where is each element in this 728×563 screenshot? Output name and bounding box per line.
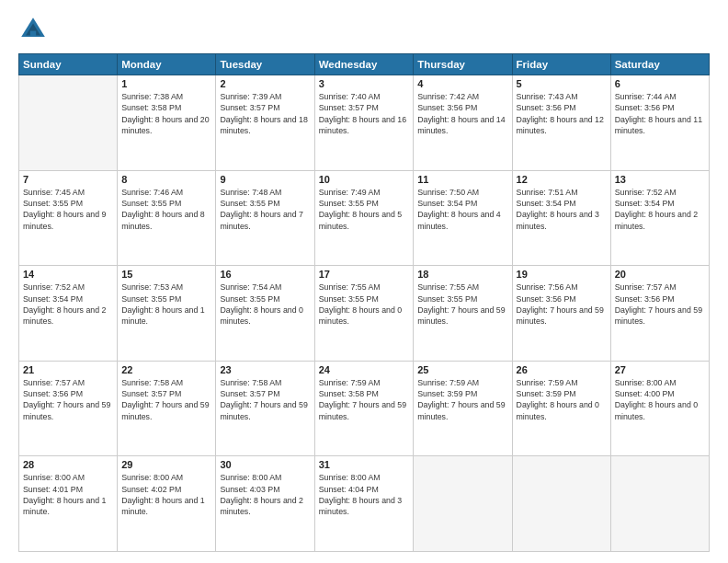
weekday-header: Monday bbox=[118, 54, 216, 75]
calendar-day-cell: 3 Sunrise: 7:40 AM Sunset: 3:57 PM Dayli… bbox=[314, 75, 414, 171]
day-number: 31 bbox=[319, 459, 410, 470]
calendar-day-cell: 20 Sunrise: 7:57 AM Sunset: 3:56 PM Dayl… bbox=[610, 266, 709, 362]
day-number: 12 bbox=[517, 174, 607, 185]
page: SundayMondayTuesdayWednesdayThursdayFrid… bbox=[0, 0, 728, 563]
calendar-day-cell: 26 Sunrise: 7:59 AM Sunset: 3:59 PM Dayl… bbox=[512, 361, 610, 456]
calendar-day-cell: 29 Sunrise: 8:00 AM Sunset: 4:02 PM Dayl… bbox=[118, 456, 216, 552]
day-number: 1 bbox=[121, 78, 211, 89]
calendar-day-cell: 18 Sunrise: 7:55 AM Sunset: 3:55 PM Dayl… bbox=[414, 266, 512, 362]
day-info: Sunrise: 8:00 AM Sunset: 4:01 PM Dayligh… bbox=[23, 472, 113, 517]
day-info: Sunrise: 7:52 AM Sunset: 3:54 PM Dayligh… bbox=[615, 187, 705, 232]
weekday-header-row: SundayMondayTuesdayWednesdayThursdayFrid… bbox=[19, 54, 710, 75]
day-info: Sunrise: 7:56 AM Sunset: 3:56 PM Dayligh… bbox=[517, 282, 607, 327]
day-info: Sunrise: 8:00 AM Sunset: 4:04 PM Dayligh… bbox=[319, 472, 410, 517]
calendar-day-cell: 9 Sunrise: 7:48 AM Sunset: 3:55 PM Dayli… bbox=[216, 170, 314, 266]
day-number: 2 bbox=[220, 78, 310, 89]
day-info: Sunrise: 7:57 AM Sunset: 3:56 PM Dayligh… bbox=[23, 377, 113, 422]
calendar-day-cell: 27 Sunrise: 8:00 AM Sunset: 4:00 PM Dayl… bbox=[610, 361, 709, 456]
calendar-day-cell: 19 Sunrise: 7:56 AM Sunset: 3:56 PM Dayl… bbox=[512, 266, 610, 362]
day-info: Sunrise: 7:45 AM Sunset: 3:55 PM Dayligh… bbox=[23, 187, 113, 232]
calendar-day-cell: 8 Sunrise: 7:46 AM Sunset: 3:55 PM Dayli… bbox=[118, 170, 216, 266]
calendar-day-cell: 13 Sunrise: 7:52 AM Sunset: 3:54 PM Dayl… bbox=[610, 170, 709, 266]
day-number: 16 bbox=[220, 269, 310, 280]
calendar-day-cell bbox=[610, 456, 709, 552]
day-number: 28 bbox=[23, 459, 113, 470]
day-number: 29 bbox=[121, 459, 211, 470]
day-number: 27 bbox=[615, 364, 705, 375]
calendar-day-cell: 4 Sunrise: 7:42 AM Sunset: 3:56 PM Dayli… bbox=[414, 75, 512, 171]
calendar-day-cell: 23 Sunrise: 7:58 AM Sunset: 3:57 PM Dayl… bbox=[216, 361, 314, 456]
day-number: 14 bbox=[23, 269, 113, 280]
calendar-day-cell: 24 Sunrise: 7:59 AM Sunset: 3:58 PM Dayl… bbox=[314, 361, 414, 456]
calendar-day-cell bbox=[512, 456, 610, 552]
day-info: Sunrise: 7:52 AM Sunset: 3:54 PM Dayligh… bbox=[23, 282, 113, 327]
day-number: 4 bbox=[417, 78, 507, 89]
day-number: 22 bbox=[121, 364, 211, 375]
day-number: 17 bbox=[319, 269, 410, 280]
logo-icon bbox=[18, 15, 48, 44]
calendar-day-cell: 14 Sunrise: 7:52 AM Sunset: 3:54 PM Dayl… bbox=[19, 266, 118, 362]
day-info: Sunrise: 7:42 AM Sunset: 3:56 PM Dayligh… bbox=[417, 91, 507, 136]
svg-rect-2 bbox=[30, 31, 36, 37]
calendar-day-cell: 12 Sunrise: 7:51 AM Sunset: 3:54 PM Dayl… bbox=[512, 170, 610, 266]
weekday-header: Friday bbox=[512, 54, 610, 75]
day-number: 19 bbox=[517, 269, 607, 280]
day-number: 18 bbox=[417, 269, 507, 280]
day-info: Sunrise: 7:55 AM Sunset: 3:55 PM Dayligh… bbox=[319, 282, 410, 327]
day-info: Sunrise: 7:59 AM Sunset: 3:59 PM Dayligh… bbox=[417, 377, 507, 422]
calendar-day-cell: 30 Sunrise: 8:00 AM Sunset: 4:03 PM Dayl… bbox=[216, 456, 314, 552]
calendar-day-cell: 22 Sunrise: 7:58 AM Sunset: 3:57 PM Dayl… bbox=[118, 361, 216, 456]
day-number: 5 bbox=[517, 78, 607, 89]
day-number: 8 bbox=[121, 174, 211, 185]
weekday-header: Thursday bbox=[414, 54, 512, 75]
day-number: 9 bbox=[220, 174, 310, 185]
weekday-header: Tuesday bbox=[216, 54, 314, 75]
day-number: 30 bbox=[220, 459, 310, 470]
day-info: Sunrise: 7:59 AM Sunset: 3:58 PM Dayligh… bbox=[319, 377, 410, 422]
day-info: Sunrise: 7:58 AM Sunset: 3:57 PM Dayligh… bbox=[121, 377, 211, 422]
day-info: Sunrise: 7:53 AM Sunset: 3:55 PM Dayligh… bbox=[121, 282, 211, 327]
calendar-table: SundayMondayTuesdayWednesdayThursdayFrid… bbox=[18, 53, 710, 552]
day-number: 25 bbox=[417, 364, 507, 375]
calendar-day-cell: 7 Sunrise: 7:45 AM Sunset: 3:55 PM Dayli… bbox=[19, 170, 118, 266]
calendar-week-row: 1 Sunrise: 7:38 AM Sunset: 3:58 PM Dayli… bbox=[19, 75, 710, 171]
day-number: 7 bbox=[23, 174, 113, 185]
calendar-day-cell: 16 Sunrise: 7:54 AM Sunset: 3:55 PM Dayl… bbox=[216, 266, 314, 362]
day-info: Sunrise: 7:54 AM Sunset: 3:55 PM Dayligh… bbox=[220, 282, 310, 327]
day-info: Sunrise: 7:38 AM Sunset: 3:58 PM Dayligh… bbox=[121, 91, 211, 136]
day-number: 20 bbox=[615, 269, 705, 280]
calendar-day-cell: 21 Sunrise: 7:57 AM Sunset: 3:56 PM Dayl… bbox=[19, 361, 118, 456]
header bbox=[18, 15, 710, 44]
day-number: 11 bbox=[417, 174, 507, 185]
day-info: Sunrise: 7:43 AM Sunset: 3:56 PM Dayligh… bbox=[517, 91, 607, 136]
day-info: Sunrise: 8:00 AM Sunset: 4:03 PM Dayligh… bbox=[220, 472, 310, 517]
day-info: Sunrise: 7:58 AM Sunset: 3:57 PM Dayligh… bbox=[220, 377, 310, 422]
calendar-day-cell: 2 Sunrise: 7:39 AM Sunset: 3:57 PM Dayli… bbox=[216, 75, 314, 171]
day-number: 23 bbox=[220, 364, 310, 375]
day-number: 26 bbox=[517, 364, 607, 375]
day-number: 13 bbox=[615, 174, 705, 185]
calendar-week-row: 14 Sunrise: 7:52 AM Sunset: 3:54 PM Dayl… bbox=[19, 266, 710, 362]
calendar-week-row: 21 Sunrise: 7:57 AM Sunset: 3:56 PM Dayl… bbox=[19, 361, 710, 456]
day-number: 6 bbox=[615, 78, 705, 89]
calendar-day-cell: 11 Sunrise: 7:50 AM Sunset: 3:54 PM Dayl… bbox=[414, 170, 512, 266]
logo bbox=[18, 15, 51, 44]
calendar-day-cell: 17 Sunrise: 7:55 AM Sunset: 3:55 PM Dayl… bbox=[314, 266, 414, 362]
day-number: 3 bbox=[319, 78, 410, 89]
day-info: Sunrise: 7:46 AM Sunset: 3:55 PM Dayligh… bbox=[121, 187, 211, 232]
calendar-day-cell: 6 Sunrise: 7:44 AM Sunset: 3:56 PM Dayli… bbox=[610, 75, 709, 171]
calendar-day-cell: 15 Sunrise: 7:53 AM Sunset: 3:55 PM Dayl… bbox=[118, 266, 216, 362]
day-number: 15 bbox=[121, 269, 211, 280]
weekday-header: Wednesday bbox=[314, 54, 414, 75]
day-info: Sunrise: 7:55 AM Sunset: 3:55 PM Dayligh… bbox=[417, 282, 507, 327]
day-info: Sunrise: 7:57 AM Sunset: 3:56 PM Dayligh… bbox=[615, 282, 705, 327]
day-info: Sunrise: 7:50 AM Sunset: 3:54 PM Dayligh… bbox=[417, 187, 507, 232]
day-number: 10 bbox=[319, 174, 410, 185]
day-info: Sunrise: 8:00 AM Sunset: 4:02 PM Dayligh… bbox=[121, 472, 211, 517]
weekday-header: Sunday bbox=[19, 54, 118, 75]
calendar-week-row: 28 Sunrise: 8:00 AM Sunset: 4:01 PM Dayl… bbox=[19, 456, 710, 552]
day-info: Sunrise: 7:51 AM Sunset: 3:54 PM Dayligh… bbox=[517, 187, 607, 232]
calendar-day-cell: 1 Sunrise: 7:38 AM Sunset: 3:58 PM Dayli… bbox=[118, 75, 216, 171]
day-number: 24 bbox=[319, 364, 410, 375]
weekday-header: Saturday bbox=[610, 54, 709, 75]
